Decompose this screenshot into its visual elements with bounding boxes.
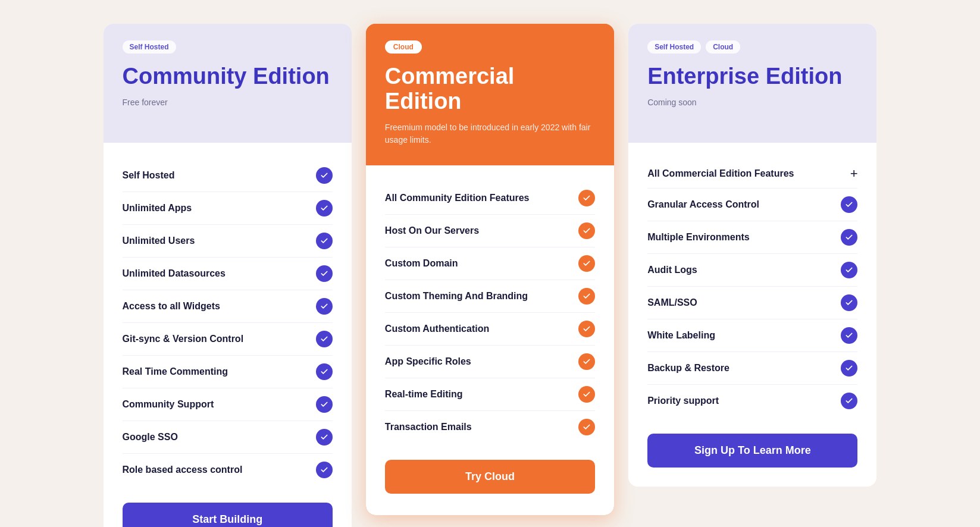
community-card-header: Self Hosted Community Edition Free forev…: [104, 24, 352, 143]
enterprise-card-body: All Commercial Edition Features +Granula…: [628, 143, 876, 487]
feature-label: Custom Domain: [385, 258, 458, 269]
list-item: All Community Edition Features: [385, 182, 595, 215]
feature-label: SAML/SSO: [647, 297, 697, 308]
check-icon: [316, 396, 333, 413]
feature-label: Priority support: [647, 396, 719, 406]
check-icon: [316, 462, 333, 478]
check-icon: [841, 360, 857, 377]
check-icon: [578, 321, 595, 337]
feature-label: Git-sync & Version Control: [123, 334, 244, 344]
check-icon: [316, 429, 333, 446]
check-icon: [841, 327, 857, 344]
feature-label: Google SSO: [123, 432, 178, 443]
check-icon: [316, 363, 333, 380]
feature-label: Access to all Widgets: [123, 301, 220, 312]
check-icon: [316, 298, 333, 315]
check-icon: [841, 262, 857, 278]
feature-label: Custom Theming And Branding: [385, 291, 528, 302]
list-item: Role based access control: [123, 454, 333, 486]
feature-label: Unlimited Users: [123, 236, 195, 246]
plus-icon: +: [850, 167, 858, 180]
check-icon: [316, 200, 333, 217]
check-icon: [841, 229, 857, 246]
feature-label: Audit Logs: [647, 265, 697, 275]
list-item: Unlimited Apps: [123, 192, 333, 225]
enterprise-badge-selfhosted: Self Hosted: [647, 40, 701, 54]
check-icon: [578, 353, 595, 370]
check-icon: [578, 190, 595, 206]
list-item: App Specific Roles: [385, 346, 595, 378]
list-item: Granular Access Control: [647, 189, 857, 221]
check-icon: [578, 222, 595, 239]
feature-label: App Specific Roles: [385, 356, 471, 367]
feature-label: Multiple Environments: [647, 232, 750, 243]
check-icon: [578, 419, 595, 435]
list-item: White Labeling: [647, 319, 857, 352]
commercial-card-body: All Community Edition Features Host On O…: [366, 165, 614, 515]
feature-label: Unlimited Apps: [123, 203, 192, 214]
check-icon: [841, 393, 857, 409]
check-icon: [578, 386, 595, 403]
enterprise-card: Self Hosted Cloud Enterprise Edition Com…: [628, 24, 876, 487]
feature-label: Role based access control: [123, 465, 243, 475]
enterprise-badge-row: Self Hosted Cloud: [647, 40, 857, 54]
list-item: Multiple Environments: [647, 221, 857, 254]
check-icon: [316, 331, 333, 347]
list-item: Priority support: [647, 385, 857, 417]
feature-label: Transaction Emails: [385, 422, 472, 432]
list-item: Google SSO: [123, 421, 333, 454]
commercial-cta-button[interactable]: Try Cloud: [385, 460, 595, 494]
list-item: Host On Our Servers: [385, 215, 595, 247]
check-icon: [316, 233, 333, 249]
feature-label: All Community Edition Features: [385, 193, 530, 203]
feature-label: Self Hosted: [123, 170, 175, 181]
community-title: Community Edition: [123, 64, 333, 89]
feature-label: Granular Access Control: [647, 199, 759, 210]
check-icon: [578, 288, 595, 305]
enterprise-cta-button[interactable]: Sign Up To Learn More: [647, 434, 857, 468]
community-badge-row: Self Hosted: [123, 40, 333, 54]
list-item: Transaction Emails: [385, 411, 595, 443]
check-icon: [578, 255, 595, 272]
list-item: Unlimited Datasources: [123, 258, 333, 290]
list-item: Community Support: [123, 388, 333, 421]
list-item: Git-sync & Version Control: [123, 323, 333, 356]
feature-label: Real Time Commenting: [123, 366, 228, 377]
feature-label: White Labeling: [647, 330, 715, 341]
enterprise-title: Enterprise Edition: [647, 64, 857, 89]
check-icon: [841, 294, 857, 311]
community-badge: Self Hosted: [123, 40, 176, 54]
community-card: Self Hosted Community Edition Free forev…: [104, 24, 352, 527]
list-item: SAML/SSO: [647, 287, 857, 319]
feature-label: All Commercial Edition Features: [647, 168, 794, 179]
list-item: Unlimited Users: [123, 225, 333, 258]
enterprise-feature-list: All Commercial Edition Features +Granula…: [647, 159, 857, 417]
community-subtitle: Free forever: [123, 96, 333, 109]
feature-label: Custom Authentication: [385, 324, 489, 334]
list-item: Real Time Commenting: [123, 356, 333, 388]
list-item: All Commercial Edition Features +: [647, 159, 857, 189]
list-item: Custom Authentication: [385, 313, 595, 346]
commercial-badge: Cloud: [385, 40, 422, 54]
enterprise-badge-cloud: Cloud: [706, 40, 740, 54]
list-item: Self Hosted: [123, 159, 333, 192]
pricing-container: Self Hosted Community Edition Free forev…: [104, 24, 877, 527]
feature-label: Community Support: [123, 399, 214, 410]
feature-label: Unlimited Datasources: [123, 268, 226, 279]
community-card-body: Self Hosted Unlimited Apps Unlimited Use…: [104, 143, 352, 527]
commercial-card: Cloud Commercial Edition Freemium model …: [366, 24, 614, 515]
feature-label: Host On Our Servers: [385, 225, 479, 236]
community-feature-list: Self Hosted Unlimited Apps Unlimited Use…: [123, 159, 333, 486]
feature-label: Backup & Restore: [647, 363, 729, 374]
list-item: Custom Theming And Branding: [385, 280, 595, 313]
list-item: Backup & Restore: [647, 352, 857, 385]
list-item: Real-time Editing: [385, 378, 595, 411]
community-cta-button[interactable]: Start Building: [123, 503, 333, 527]
list-item: Access to all Widgets: [123, 290, 333, 323]
enterprise-card-header: Self Hosted Cloud Enterprise Edition Com…: [628, 24, 876, 143]
check-icon: [841, 196, 857, 213]
check-icon: [316, 167, 333, 184]
commercial-subtitle: Freemium model to be introduced in early…: [385, 121, 595, 146]
commercial-feature-list: All Community Edition Features Host On O…: [385, 182, 595, 443]
commercial-card-header: Cloud Commercial Edition Freemium model …: [366, 24, 614, 165]
